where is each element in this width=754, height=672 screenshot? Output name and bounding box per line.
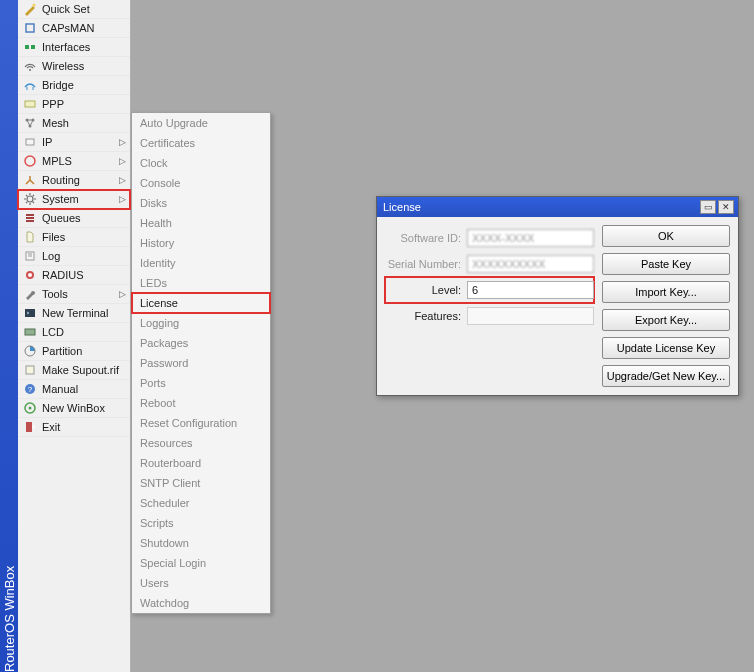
svg-point-0 <box>33 4 36 7</box>
sidebar-item-label: Queues <box>42 212 126 224</box>
license-dialog: License ▭ ✕ Software ID: XXXX-XXXX Seria… <box>376 196 739 396</box>
svg-rect-23 <box>25 329 35 335</box>
sidebar-item-files[interactable]: Files <box>18 228 130 247</box>
submenu-item-license[interactable]: License <box>132 293 270 313</box>
level-value: 6 <box>467 281 594 299</box>
dialog-title: License <box>383 201 698 213</box>
sidebar-item-exit[interactable]: Exit <box>18 418 130 437</box>
submenu-item-users[interactable]: Users <box>132 573 270 593</box>
update-license-button[interactable]: Update License Key <box>602 337 730 359</box>
sidebar-item-queues[interactable]: Queues <box>18 209 130 228</box>
export-key-button[interactable]: Export Key... <box>602 309 730 331</box>
chevron-right-icon: ▷ <box>119 156 126 166</box>
chevron-right-icon: ▷ <box>119 175 126 185</box>
serial-label: Serial Number: <box>385 258 467 270</box>
submenu-item-reset-configuration[interactable]: Reset Configuration <box>132 413 270 433</box>
sidebar-item-wireless[interactable]: Wireless <box>18 57 130 76</box>
svg-rect-11 <box>26 139 34 145</box>
submenu-item-history[interactable]: History <box>132 233 270 253</box>
submenu-item-sntp-client[interactable]: SNTP Client <box>132 473 270 493</box>
mesh-icon <box>22 115 38 131</box>
sidebar-item-ip[interactable]: IP▷ <box>18 133 130 152</box>
close-icon[interactable]: ✕ <box>718 200 734 214</box>
submenu-item-routerboard[interactable]: Routerboard <box>132 453 270 473</box>
software-id-row: Software ID: XXXX-XXXX <box>385 225 594 251</box>
submenu-item-disks[interactable]: Disks <box>132 193 270 213</box>
wand-icon <box>22 1 38 17</box>
submenu-item-clock[interactable]: Clock <box>132 153 270 173</box>
submenu-item-packages[interactable]: Packages <box>132 333 270 353</box>
submenu-item-password[interactable]: Password <box>132 353 270 373</box>
submenu-item-scheduler[interactable]: Scheduler <box>132 493 270 513</box>
sidebar-item-bridge[interactable]: Bridge <box>18 76 130 95</box>
sidebar-item-system[interactable]: System▷ <box>18 190 130 209</box>
sidebar-item-interfaces[interactable]: Interfaces <box>18 38 130 57</box>
paste-key-button[interactable]: Paste Key <box>602 253 730 275</box>
submenu-item-logging[interactable]: Logging <box>132 313 270 333</box>
sidebar-item-partition[interactable]: Partition <box>18 342 130 361</box>
sidebar-item-label: Interfaces <box>42 41 126 53</box>
submenu-item-reboot[interactable]: Reboot <box>132 393 270 413</box>
submenu-item-scripts[interactable]: Scripts <box>132 513 270 533</box>
submenu-item-shutdown[interactable]: Shutdown <box>132 533 270 553</box>
sidebar-item-radius[interactable]: RADIUS <box>18 266 130 285</box>
chevron-right-icon: ▷ <box>119 289 126 299</box>
lcd-icon <box>22 324 38 340</box>
sidebar-item-capsman[interactable]: CAPsMAN <box>18 19 130 38</box>
sidebar-item-tools[interactable]: Tools▷ <box>18 285 130 304</box>
sidebar-item-new-winbox[interactable]: New WinBox <box>18 399 130 418</box>
svg-point-21 <box>28 273 32 277</box>
submenu-item-certificates[interactable]: Certificates <box>132 133 270 153</box>
svg-rect-1 <box>26 24 34 32</box>
sidebar-item-new-terminal[interactable]: New Terminal <box>18 304 130 323</box>
sidebar-item-label: Routing <box>42 174 117 186</box>
submenu-item-ports[interactable]: Ports <box>132 373 270 393</box>
sidebar-item-quick-set[interactable]: Quick Set <box>18 0 130 19</box>
svg-point-4 <box>29 69 31 71</box>
upgrade-key-button[interactable]: Upgrade/Get New Key... <box>602 365 730 387</box>
sidebar-item-ppp[interactable]: PPP <box>18 95 130 114</box>
sidebar-item-label: New WinBox <box>42 402 126 414</box>
submenu-item-special-login[interactable]: Special Login <box>132 553 270 573</box>
svg-rect-7 <box>25 101 35 107</box>
queues-icon <box>22 210 38 226</box>
submenu-item-resources[interactable]: Resources <box>132 433 270 453</box>
sidebar-item-lcd[interactable]: LCD <box>18 323 130 342</box>
svg-rect-25 <box>26 366 34 374</box>
app-title-text: RouterOS WinBox <box>2 566 17 672</box>
mpls-icon <box>22 153 38 169</box>
submenu-item-identity[interactable]: Identity <box>132 253 270 273</box>
submenu-item-leds[interactable]: LEDs <box>132 273 270 293</box>
submenu-item-watchdog[interactable]: Watchdog <box>132 593 270 613</box>
partition-icon <box>22 343 38 359</box>
sidebar-item-label: CAPsMAN <box>42 22 126 34</box>
sidebar-item-mpls[interactable]: MPLS▷ <box>18 152 130 171</box>
sidebar-item-make-supout-rif[interactable]: Make Supout.rif <box>18 361 130 380</box>
wireless-icon <box>22 58 38 74</box>
import-key-button[interactable]: Import Key... <box>602 281 730 303</box>
svg-point-13 <box>27 196 33 202</box>
svg-text:?: ? <box>28 385 33 394</box>
svg-point-12 <box>25 156 35 166</box>
sidebar: Quick SetCAPsMANInterfacesWirelessBridge… <box>18 0 131 672</box>
submenu-item-health[interactable]: Health <box>132 213 270 233</box>
sidebar-item-label: PPP <box>42 98 126 110</box>
interfaces-icon <box>22 39 38 55</box>
ip-icon <box>22 134 38 150</box>
sidebar-item-label: IP <box>42 136 117 148</box>
submenu-item-console[interactable]: Console <box>132 173 270 193</box>
sidebar-item-label: Wireless <box>42 60 126 72</box>
ppp-icon <box>22 96 38 112</box>
sidebar-item-log[interactable]: Log <box>18 247 130 266</box>
sidebar-item-mesh[interactable]: Mesh <box>18 114 130 133</box>
dialog-titlebar[interactable]: License ▭ ✕ <box>377 197 738 217</box>
svg-rect-14 <box>26 214 34 216</box>
sidebar-item-label: Mesh <box>42 117 126 129</box>
submenu-item-auto-upgrade[interactable]: Auto Upgrade <box>132 113 270 133</box>
dialog-body: Software ID: XXXX-XXXX Serial Number: XX… <box>377 217 738 395</box>
sidebar-item-manual[interactable]: ?Manual <box>18 380 130 399</box>
ok-button[interactable]: OK <box>602 225 730 247</box>
sidebar-item-routing[interactable]: Routing▷ <box>18 171 130 190</box>
sidebar-item-label: Log <box>42 250 126 262</box>
minimize-icon[interactable]: ▭ <box>700 200 716 214</box>
